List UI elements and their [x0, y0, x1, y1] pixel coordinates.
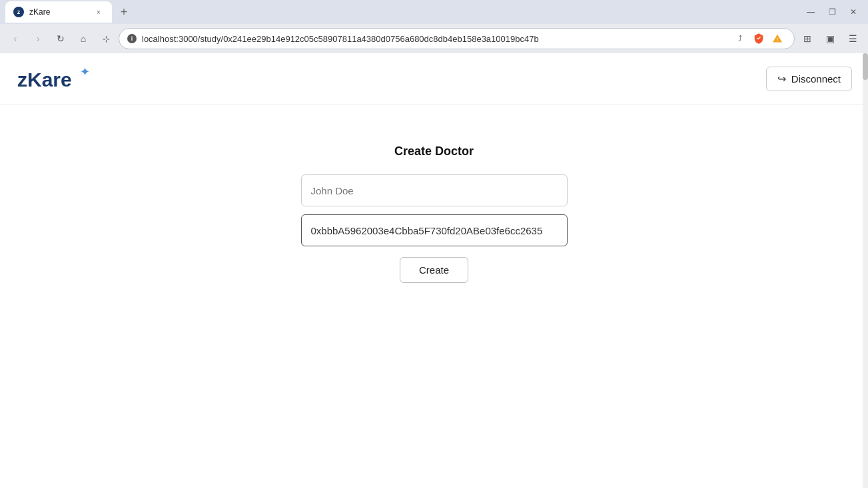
- address-actions: ⤴ !: [731, 30, 786, 47]
- back-button[interactable]: ‹: [5, 29, 25, 49]
- svg-text:!: !: [777, 37, 778, 41]
- app-header: zKare ✦ ↪ Disconnect: [0, 53, 868, 105]
- scroll-track: [863, 53, 868, 488]
- share-button[interactable]: ⤴: [731, 30, 749, 47]
- home-button[interactable]: ⌂: [73, 29, 93, 49]
- brave-icon: [750, 30, 767, 47]
- browser-tab[interactable]: z zKare ×: [5, 1, 112, 23]
- window-controls: — ❐ ✕: [801, 3, 863, 21]
- disconnect-label: Disconnect: [791, 73, 841, 85]
- page-content: zKare ✦ ↪ Disconnect Create Doctor Creat…: [0, 53, 868, 488]
- doctor-address-input[interactable]: [301, 214, 568, 246]
- toolbar-right: ⊞ ▣ ☰: [797, 29, 863, 49]
- form-container: Create: [301, 174, 568, 283]
- bookmark-button[interactable]: ⊹: [96, 29, 116, 49]
- app-logo: zKare ✦: [16, 64, 96, 93]
- tab-title: zKare: [29, 7, 88, 17]
- tab-close-button[interactable]: ×: [93, 7, 104, 17]
- address-bar-row: ‹ › ↻ ⌂ ⊹ i localhost:3000/study/0x241ee…: [0, 24, 868, 53]
- minimize-button[interactable]: —: [801, 3, 820, 21]
- create-button[interactable]: Create: [400, 257, 468, 283]
- browser-chrome: z zKare × + — ❐ ✕ ‹ › ↻ ⌂ ⊹ i localhost:…: [0, 0, 868, 53]
- close-button[interactable]: ✕: [844, 3, 863, 21]
- tab-favicon: z: [13, 7, 24, 17]
- address-bar[interactable]: i localhost:3000/study/0x241ee29b14e912c…: [119, 28, 795, 49]
- extensions-button[interactable]: ⊞: [797, 29, 817, 49]
- security-icon: i: [127, 34, 137, 43]
- svg-text:zKare: zKare: [17, 69, 72, 91]
- maximize-button[interactable]: ❐: [823, 3, 841, 21]
- alert-icon: !: [769, 30, 786, 47]
- menu-button[interactable]: ☰: [843, 29, 863, 49]
- forward-button[interactable]: ›: [28, 29, 48, 49]
- main-area: Create Doctor Create: [0, 105, 868, 283]
- reload-button[interactable]: ↻: [51, 29, 71, 49]
- logo-svg: zKare ✦: [16, 64, 96, 93]
- url-text: localhost:3000/study/0x241ee29b14e912c05…: [142, 34, 726, 44]
- doctor-name-input[interactable]: [301, 174, 568, 206]
- svg-text:✦: ✦: [80, 65, 90, 79]
- scroll-thumb[interactable]: [863, 53, 868, 80]
- form-title: Create Doctor: [394, 144, 474, 158]
- new-tab-button[interactable]: +: [115, 3, 133, 21]
- disconnect-button[interactable]: ↪ Disconnect: [766, 67, 852, 91]
- disconnect-icon: ↪: [777, 73, 786, 85]
- tab-bar: z zKare × + — ❐ ✕: [0, 0, 868, 24]
- wallet-button[interactable]: ▣: [820, 29, 840, 49]
